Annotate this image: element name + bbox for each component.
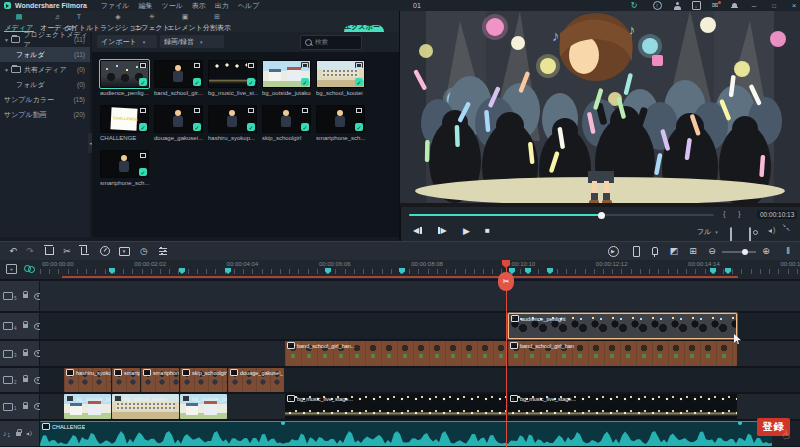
save-icon[interactable]: ↓ <box>690 1 702 10</box>
speaker-icon[interactable] <box>26 430 34 436</box>
next-frame-button[interactable]: ▶ <box>437 226 447 235</box>
render-preview-icon[interactable]: ▶ <box>606 244 620 258</box>
track-lane[interactable]: band_school_girl_ban...band_school_girl_… <box>40 341 800 366</box>
add-to-timeline-icon[interactable]: + <box>6 264 17 274</box>
lock-icon[interactable] <box>23 294 28 298</box>
media-thumbnail[interactable]: ✓ <box>154 105 203 133</box>
tab-effect[interactable]: ✳エフェクト <box>134 12 170 32</box>
timeline-clip[interactable]: smartphone_s... <box>141 368 179 392</box>
menu-item[interactable]: ファイル <box>101 1 130 11</box>
mail-icon[interactable]: ✉ <box>709 1 721 10</box>
media-item[interactable]: ✓smartphone_sch... <box>316 105 366 141</box>
minimize-button[interactable]: – <box>748 1 760 10</box>
preview-zoom-dropdown[interactable]: フル▾ <box>697 227 718 237</box>
track-lane[interactable]: audience_penlight <box>40 313 800 339</box>
timeline-clip[interactable]: band_school_girl_ban <box>508 341 737 366</box>
close-button[interactable]: × <box>788 1 800 10</box>
track-lane[interactable] <box>40 281 800 311</box>
menu-item[interactable]: 編集 <box>139 1 153 11</box>
track-lane[interactable]: bg_outside_jutakubg_school_kouteibg_outs… <box>40 394 800 419</box>
split-scissors-icon[interactable]: ✂ <box>60 244 74 258</box>
media-thumbnail[interactable]: ✓ <box>262 60 311 88</box>
media-item[interactable]: ✓smartphone_sch... <box>100 150 150 186</box>
phone-record-icon[interactable] <box>629 244 643 258</box>
bell-icon[interactable] <box>728 1 740 10</box>
media-thumbnail[interactable]: ✓ <box>316 60 365 88</box>
media-thumbnail[interactable]: ✓ <box>154 60 203 88</box>
video-track-header[interactable]: 1 <box>0 394 39 419</box>
tab-element[interactable]: ▣エレメント <box>167 12 203 32</box>
search-input[interactable]: 検索 <box>300 35 362 50</box>
media-item[interactable]: ✓bg_music_live_st... <box>208 60 258 96</box>
zoom-slider-handle[interactable] <box>742 249 748 255</box>
media-thumbnail[interactable]: ✓ <box>100 60 149 88</box>
menu-item[interactable]: 出力 <box>215 1 229 11</box>
zoom-out-icon[interactable]: ⊖ <box>705 244 719 258</box>
clip-marker[interactable] <box>281 421 285 425</box>
media-thumbnail[interactable]: ✓ <box>100 150 149 178</box>
media-item[interactable]: ✓band_school_gir... <box>154 60 204 96</box>
seek-bar[interactable] <box>409 214 714 216</box>
media-item[interactable]: ✓hashiru_syokup... <box>208 105 258 141</box>
media-thumbnail[interactable]: ✓ <box>208 60 257 88</box>
media-thumbnail[interactable]: ✓ <box>316 105 365 133</box>
timeline-clip[interactable]: douage_gakusei_wom... <box>228 368 284 392</box>
previous-frame-button[interactable]: ◀ <box>413 226 423 235</box>
tree-item[interactable]: サンプル動画(20) <box>0 107 90 122</box>
play-button[interactable]: ▶ <box>463 226 470 236</box>
timeline-clip[interactable]: audience_penlight <box>508 313 737 339</box>
media-item[interactable]: ✓skip_schoolgirl <box>262 105 312 141</box>
crop-icon[interactable] <box>78 244 92 258</box>
account-icon[interactable] <box>671 1 683 10</box>
video-track-header[interactable]: 4 <box>0 313 39 339</box>
audio-track-header[interactable]: ♪1 <box>0 421 39 446</box>
record-dropdown[interactable]: 録画/録音▾ <box>160 35 224 48</box>
media-item[interactable]: ✓bg_school_koutei <box>316 60 366 96</box>
timeline-zoom-slider[interactable] <box>722 251 756 253</box>
track-lane[interactable]: CHALLENGE <box>40 421 800 446</box>
lock-icon[interactable] <box>16 432 21 436</box>
video-track-header[interactable]: 5 <box>0 281 39 311</box>
timeline-clip[interactable]: bg_outside_jutaku <box>64 394 111 419</box>
media-item[interactable]: ✓douage_gakusei... <box>154 105 204 141</box>
lock-icon[interactable] <box>23 405 28 409</box>
tree-item[interactable]: フォルダ(11) <box>0 47 90 62</box>
video-track-header[interactable]: 3 <box>0 341 39 366</box>
lock-icon[interactable] <box>23 378 28 382</box>
lock-icon[interactable] <box>23 324 28 328</box>
import-dropdown[interactable]: インポート▾ <box>97 35 157 48</box>
timeline-clip[interactable]: bg_outside_jutaku <box>180 394 227 419</box>
audio-mixer-icon[interactable]: ◩ <box>667 244 681 258</box>
adjust-icon[interactable] <box>156 244 170 258</box>
zoom-in-icon[interactable]: ⊕ <box>759 244 773 258</box>
color-correction-icon[interactable] <box>117 244 131 258</box>
menu-item[interactable]: ヘルプ <box>238 1 260 11</box>
playhead-split-button[interactable]: ✂ <box>498 272 514 291</box>
menu-item[interactable]: 表示 <box>192 1 206 11</box>
video-preview[interactable]: ♪ ♪ <box>400 11 800 207</box>
caret-down-icon[interactable]: ▼ <box>4 67 9 73</box>
maximize-button[interactable]: □ <box>768 1 780 10</box>
timeline-clip[interactable]: bg_music_live_stage... <box>508 394 737 419</box>
media-item[interactable]: ✓audience_penlig... <box>100 60 150 96</box>
mark-in-icon[interactable]: { <box>723 209 726 218</box>
keyframe-icon[interactable]: ⊞ <box>686 244 700 258</box>
timeline-clip[interactable]: smartp... <box>112 368 140 392</box>
clip-marker[interactable] <box>738 421 742 425</box>
stop-button[interactable]: ■ <box>485 226 490 235</box>
undo-icon[interactable]: ↶ <box>6 244 20 258</box>
timeline-ruler[interactable]: + 00:00:00:0000:00:02:0200:00:04:0400:00… <box>0 260 800 279</box>
media-thumbnail[interactable]: ✓ <box>262 105 311 133</box>
tree-item[interactable]: フォルダ(0) <box>0 77 90 92</box>
track-lane[interactable]: hashiru_syokupansmartp...smartphone_s...… <box>40 368 800 392</box>
timeline-clip[interactable]: CHALLENGE <box>40 421 772 446</box>
info-icon[interactable]: ! <box>651 1 663 10</box>
fit-timeline-icon[interactable]: ‖ <box>781 244 795 258</box>
timeline-clip[interactable]: bg_music_live_stage... <box>285 394 506 419</box>
tree-item[interactable]: ▼共有メディア(0) <box>0 62 90 77</box>
menu-item[interactable]: ツール <box>162 1 183 11</box>
media-item[interactable]: ✓CHALLENGE <box>100 105 150 141</box>
tree-item[interactable]: ▼プロジェクトメディア(11) <box>0 32 90 47</box>
speed-icon[interactable] <box>98 244 112 258</box>
tree-item[interactable]: サンプルカラー(15) <box>0 92 90 107</box>
